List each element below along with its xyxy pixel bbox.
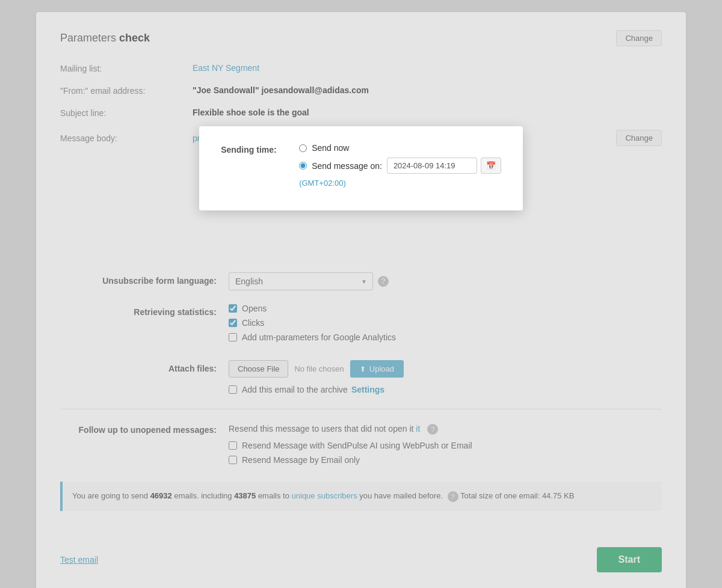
info-help-icon[interactable]: ? [448, 491, 458, 502]
follow-up-it-link[interactable]: it [416, 424, 420, 433]
send-now-radio[interactable] [299, 144, 307, 152]
clicks-label[interactable]: Clicks [242, 318, 264, 328]
resend-webpush-checkbox[interactable] [229, 441, 237, 450]
statistics-label: Retrieving statistics: [60, 304, 229, 317]
send-schedule-label[interactable]: Send message on: [312, 161, 382, 171]
resend-email-label[interactable]: Resend Message by Email only [242, 455, 360, 465]
mailing-list-link[interactable]: East NY Segment [193, 63, 259, 73]
info-text-mid1: emails. including [172, 491, 234, 500]
subject-value: Flexible shoe sole is the goal [193, 108, 662, 117]
follow-up-label: Follow up to unopened messages: [60, 424, 229, 435]
upload-button[interactable]: Upload [350, 360, 404, 378]
statistics-row: Retrieving statistics: Opens Clicks Add … [60, 304, 662, 347]
follow-up-desc: Resend this message to users that did no… [229, 424, 662, 435]
info-count2: 43875 [234, 491, 256, 500]
info-text-end: you have mailed before. [357, 491, 443, 500]
upload-label: Upload [369, 364, 394, 373]
archive-label[interactable]: Add this email to the archive [242, 385, 348, 394]
send-schedule-radio[interactable] [299, 162, 307, 170]
archive-checkbox[interactable] [229, 385, 237, 394]
clicks-row: Clicks [229, 318, 662, 328]
message-body-label: Message body: [60, 133, 193, 143]
page-title: Parameters check [60, 32, 150, 44]
follow-up-content: Resend this message to users that did no… [229, 424, 662, 470]
resend-webpush-label[interactable]: Resend Message with SendPulse AI using W… [242, 441, 472, 450]
language-help-icon[interactable]: ? [378, 276, 389, 287]
from-email-value: "Joe Sandowall" joesandowall@adidas.com [193, 85, 662, 95]
no-file-text: No file chosen [294, 364, 344, 373]
utm-row: Add utm-parameters for Google Analytics [229, 332, 662, 342]
timezone-label: (GMT+02:00) [299, 179, 501, 188]
info-text-before: You are going to send [72, 491, 150, 500]
info-text-mid2: emails to [256, 491, 291, 500]
mailing-list-label: Mailing list: [60, 63, 193, 73]
from-email-row: "From:" email address: "Joe Sandowall" j… [60, 85, 662, 96]
resend-email-checkbox[interactable] [229, 456, 237, 464]
follow-up-help-icon[interactable]: ? [427, 424, 438, 435]
follow-up-section: Follow up to unopened messages: Resend t… [60, 424, 662, 470]
opens-label[interactable]: Opens [242, 304, 267, 313]
send-now-label[interactable]: Send now [312, 143, 349, 153]
footer-actions: Test email Start [60, 535, 662, 572]
subject-label: Subject line: [60, 108, 193, 118]
divider [60, 409, 662, 409]
choose-file-button[interactable]: Choose File [229, 360, 288, 378]
opens-checkbox[interactable] [229, 304, 237, 313]
attach-row: Choose File No file chosen Upload [229, 360, 662, 378]
datetime-input[interactable] [387, 158, 477, 174]
settings-link[interactable]: Settings [351, 385, 384, 394]
language-select-wrapper: English French German Spanish Italian [229, 272, 373, 290]
follow-up-row: Follow up to unopened messages: Resend t… [60, 424, 662, 470]
resend-email-row: Resend Message by Email only [229, 455, 662, 465]
change-body-button[interactable]: Change [616, 130, 662, 146]
unsubscribe-control: English French German Spanish Italian ? [229, 272, 662, 290]
sending-time-modal: Sending time: Send now Send message on: … [199, 126, 523, 210]
info-banner: You are going to send 46932 emails. incl… [60, 482, 662, 511]
archive-row: Add this email to the archive Settings [229, 385, 662, 394]
clicks-checkbox[interactable] [229, 319, 237, 327]
upload-icon [360, 364, 366, 373]
utm-checkbox[interactable] [229, 333, 237, 341]
unique-subscribers-link[interactable]: unique subscribers [292, 491, 357, 500]
attach-files-label: Attach files: [60, 360, 229, 373]
attach-files-control: Choose File No file chosen Upload Add th… [229, 360, 662, 394]
calendar-button[interactable]: 📅 [481, 158, 501, 174]
start-button[interactable]: Start [597, 547, 662, 572]
statistics-control: Opens Clicks Add utm-parameters for Goog… [229, 304, 662, 347]
sending-time-label: Sending time: [221, 143, 299, 155]
language-select[interactable]: English French German Spanish Italian [229, 272, 373, 290]
unsubscribe-label: Unsubscribe form language: [60, 272, 229, 286]
sending-time-options: Send now Send message on: 📅 (GMT+02:00) [299, 143, 501, 188]
unsubscribe-row: Unsubscribe form language: English Frenc… [60, 272, 662, 290]
form-section: Unsubscribe form language: English Frenc… [60, 272, 662, 394]
attach-files-row: Attach files: Choose File No file chosen… [60, 360, 662, 394]
test-email-button[interactable]: Test email [60, 555, 98, 565]
resend-webpush-row: Resend Message with SendPulse AI using W… [229, 441, 662, 450]
info-size: Total size of one email: 44.75 KB [460, 491, 574, 500]
from-email-label: "From:" email address: [60, 85, 193, 96]
utm-label[interactable]: Add utm-parameters for Google Analytics [242, 332, 396, 342]
mailing-list-value: East NY Segment [193, 63, 662, 73]
info-count1: 46932 [150, 491, 172, 500]
mailing-list-row: Mailing list: East NY Segment [60, 63, 662, 73]
subject-row: Subject line: Flexible shoe sole is the … [60, 108, 662, 118]
opens-row: Opens [229, 304, 662, 313]
change-top-button[interactable]: Change [616, 30, 662, 46]
